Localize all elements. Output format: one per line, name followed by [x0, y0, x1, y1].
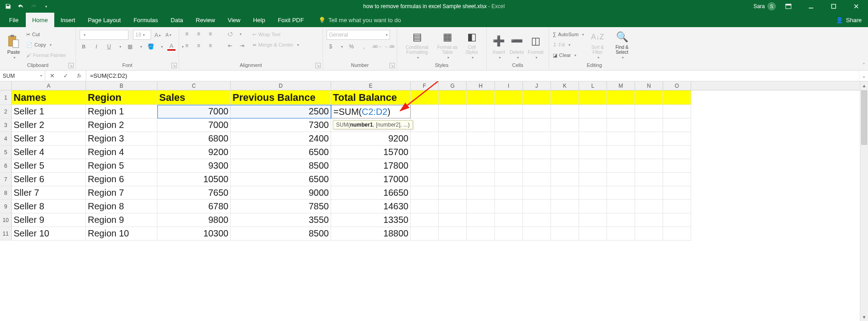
cell-total[interactable]: 9200 — [331, 132, 411, 146]
maximize-icon[interactable] — [824, 0, 844, 13]
cell-total[interactable]: 17800 — [331, 159, 411, 173]
close-icon[interactable] — [846, 0, 866, 13]
cell-name[interactable]: Seller 10 — [12, 227, 86, 241]
row-header[interactable]: 8 — [0, 186, 12, 200]
col-header-E[interactable]: E — [331, 81, 411, 90]
col-header-O[interactable]: O — [663, 81, 691, 90]
row-header[interactable]: 7 — [0, 173, 12, 186]
cell-name[interactable]: Seller 2 — [12, 118, 86, 132]
scroll-track[interactable] — [860, 90, 868, 313]
tab-view[interactable]: View — [221, 13, 247, 27]
tab-insert[interactable]: Insert — [54, 13, 82, 27]
cell-name[interactable]: Seller 5 — [12, 159, 86, 173]
expand-formula-bar-icon[interactable]: ⌄ — [859, 71, 868, 81]
user-name[interactable]: Sara — [754, 3, 765, 9]
save-icon[interactable] — [3, 1, 14, 11]
header-region[interactable]: Region — [86, 90, 157, 105]
row-header[interactable]: 5 — [0, 146, 12, 159]
row-header[interactable]: 4 — [0, 132, 12, 146]
cell-sales[interactable]: 9300 — [157, 159, 231, 173]
cell-region[interactable]: Region 7 — [86, 186, 157, 200]
autosum-button[interactable]: ∑AutoSum▾ — [553, 30, 584, 39]
col-header-L[interactable]: L — [579, 81, 607, 90]
cell-name[interactable]: Seller 1 — [12, 105, 86, 118]
tab-review[interactable]: Review — [190, 13, 222, 27]
fx-icon[interactable]: fx — [72, 72, 86, 79]
scroll-thumb[interactable] — [861, 90, 867, 145]
find-select-button[interactable]: 🔍 Find &Select▾ — [611, 30, 633, 60]
minimize-icon[interactable] — [801, 0, 821, 13]
cell-name[interactable]: Seller 3 — [12, 132, 86, 146]
paste-button[interactable]: Paste ▾ — [4, 30, 24, 60]
cell-region[interactable]: Region 8 — [86, 200, 157, 213]
cell-total[interactable]: 13350 — [331, 213, 411, 227]
header-names[interactable]: Names — [12, 90, 86, 105]
col-header-C[interactable]: C — [157, 81, 231, 90]
cell-name[interactable]: Seller 4 — [12, 146, 86, 159]
cell-edit-e2[interactable]: =SUM(C2:D2) — [331, 105, 411, 118]
cell-sales[interactable]: 7000 — [157, 118, 231, 132]
col-header-F[interactable]: F — [411, 81, 439, 90]
name-box[interactable]: SUM▾ — [0, 71, 45, 81]
cell-name[interactable]: Seller 9 — [12, 213, 86, 227]
row-header[interactable]: 10 — [0, 213, 12, 227]
row-header[interactable]: 6 — [0, 159, 12, 173]
cell-sales[interactable]: 7650 — [157, 186, 231, 200]
header-total[interactable]: Total Balance — [331, 90, 411, 105]
undo-icon[interactable] — [15, 1, 26, 11]
cell-prev[interactable]: 6500 — [231, 146, 331, 159]
cell-prev[interactable]: 9000 — [231, 186, 331, 200]
cell-prev[interactable]: 2400 — [231, 132, 331, 146]
cell-name[interactable]: Seller 8 — [12, 200, 86, 213]
cell-sales[interactable]: 10500 — [157, 173, 231, 186]
col-header-M[interactable]: M — [607, 81, 635, 90]
cell-total[interactable]: 16650 — [331, 186, 411, 200]
tab-file[interactable]: File — [2, 13, 26, 27]
header-sales[interactable]: Sales — [157, 90, 231, 105]
cell-prev[interactable]: 7300 — [231, 118, 331, 132]
cut-button[interactable]: ✂Cut — [26, 30, 66, 39]
row-header[interactable]: 2 — [0, 105, 12, 118]
cell-sales[interactable]: 9200 — [157, 146, 231, 159]
col-header-D[interactable]: D — [231, 81, 331, 90]
cell-sales[interactable]: 10300 — [157, 227, 231, 241]
row-header[interactable]: 3 — [0, 118, 12, 132]
row-header[interactable]: 9 — [0, 200, 12, 213]
enter-icon[interactable]: ✓ — [59, 72, 72, 79]
clear-button[interactable]: ◪Clear▾ — [553, 51, 584, 60]
tab-foxit-pdf[interactable]: Foxit PDF — [271, 13, 310, 27]
cell-region[interactable]: Region 4 — [86, 146, 157, 159]
share-button[interactable]: 👤 Share — [830, 13, 868, 27]
cell-total[interactable]: 15700 — [331, 146, 411, 159]
col-header-K[interactable]: K — [551, 81, 579, 90]
cell-region[interactable]: Region 5 — [86, 159, 157, 173]
tab-home[interactable]: Home — [26, 13, 54, 27]
select-all-corner[interactable] — [0, 81, 12, 90]
tab-page-layout[interactable]: Page Layout — [81, 13, 127, 27]
tell-me[interactable]: 💡 Tell me what you want to do — [310, 13, 401, 27]
collapse-ribbon-icon[interactable]: ˄ — [863, 62, 865, 68]
col-header-J[interactable]: J — [523, 81, 551, 90]
col-header-B[interactable]: B — [86, 81, 157, 90]
cell-prev[interactable]: 6500 — [231, 173, 331, 186]
col-header-N[interactable]: N — [635, 81, 663, 90]
cell-prev[interactable]: 8500 — [231, 159, 331, 173]
cell-total[interactable]: 14630 — [331, 200, 411, 213]
row-header[interactable]: 1 — [0, 90, 12, 105]
cell-region[interactable]: Region 3 — [86, 132, 157, 146]
formula-bar-input[interactable]: =SUM(C2:D2) — [86, 71, 859, 81]
ribbon-display-icon[interactable] — [778, 0, 798, 13]
dialog-launcher-icon[interactable]: ↘ — [171, 63, 177, 68]
cell-name[interactable]: Seller 6 — [12, 173, 86, 186]
cell-region[interactable]: Region 9 — [86, 213, 157, 227]
cell-prev[interactable]: 2500 — [231, 105, 331, 118]
scroll-down-icon[interactable]: ▼ — [860, 313, 868, 321]
cell-region[interactable]: Region 6 — [86, 173, 157, 186]
copy-button[interactable]: 📄Copy▾ — [26, 40, 66, 49]
col-header-G[interactable]: G — [439, 81, 467, 90]
cell-total[interactable]: 18800 — [331, 227, 411, 241]
row-header[interactable]: 11 — [0, 227, 12, 241]
cell-name[interactable]: Sller 7 — [12, 186, 86, 200]
cell-sales[interactable]: 7000 — [157, 105, 231, 118]
cell-region[interactable]: Region 2 — [86, 118, 157, 132]
